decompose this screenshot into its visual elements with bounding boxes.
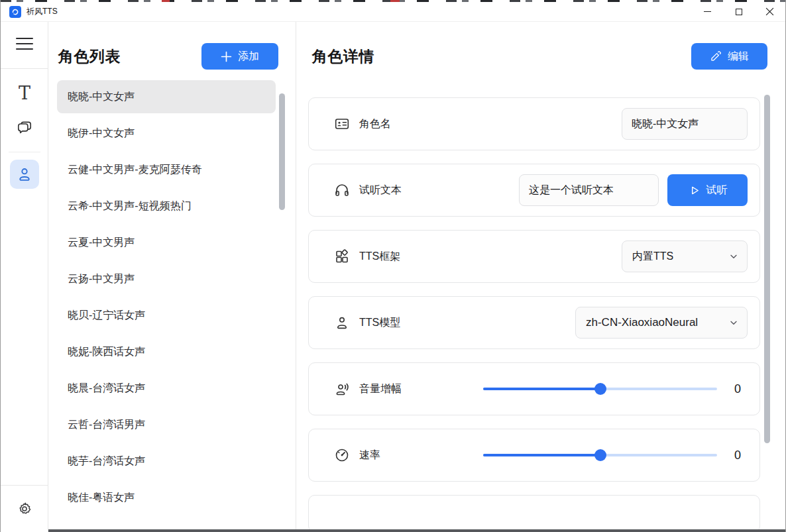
rate-slider[interactable] bbox=[483, 449, 717, 461]
field-preview-text: 试听文本 这是一个试听文本 试听 bbox=[308, 164, 760, 217]
role-list-scrollbar[interactable] bbox=[279, 93, 285, 210]
role-list-item[interactable]: 云扬-中文男声 bbox=[57, 262, 276, 295]
field-label: 试听文本 bbox=[359, 184, 402, 197]
minimize-button[interactable] bbox=[692, 2, 723, 21]
field-tts-framework: TTS框架 内置TTS bbox=[308, 230, 760, 283]
role-list-item[interactable]: 晓芋-台湾话女声 bbox=[57, 445, 276, 478]
play-icon bbox=[688, 184, 701, 197]
title-bar: 祈风TTS bbox=[1, 2, 785, 21]
preview-text-input[interactable]: 这是一个试听文本 bbox=[519, 174, 659, 206]
add-role-button[interactable]: 添加 bbox=[201, 43, 278, 70]
details-title: 角色详情 bbox=[312, 46, 374, 67]
rate-slider-thumb[interactable] bbox=[594, 449, 606, 461]
field-tts-model: TTS模型 zh-CN-XiaoxiaoNeural bbox=[308, 296, 760, 349]
id-card-icon bbox=[334, 116, 350, 132]
sidebar-item-roles[interactable] bbox=[10, 160, 39, 189]
role-list: 晓晓-中文女声 晓伊-中文女声 云健-中文男声-麦克阿瑟传奇 云希-中文男声-短… bbox=[48, 80, 296, 514]
window-controls bbox=[692, 2, 785, 21]
field-label: 音量增幅 bbox=[359, 382, 402, 396]
volume-slider[interactable] bbox=[483, 383, 717, 395]
role-list-item[interactable]: 云夏-中文男声 bbox=[57, 226, 276, 259]
role-list-title: 角色列表 bbox=[58, 46, 121, 67]
maximize-icon bbox=[736, 9, 742, 15]
plus-icon bbox=[221, 51, 232, 62]
role-list-item[interactable]: 晓佳-粤语女声 bbox=[57, 481, 276, 514]
framework-select[interactable]: 内置TTS bbox=[622, 240, 748, 272]
close-icon bbox=[765, 7, 774, 16]
preview-play-button[interactable]: 试听 bbox=[667, 174, 748, 206]
edit-button[interactable]: 编辑 bbox=[691, 43, 767, 70]
settings-gear-icon[interactable] bbox=[1, 499, 48, 519]
roles-person-icon bbox=[16, 166, 33, 183]
maximize-button[interactable] bbox=[723, 2, 754, 21]
role-list-item[interactable]: 晓贝-辽宁话女声 bbox=[57, 299, 276, 332]
clipped-screen-edge-bottom bbox=[48, 529, 785, 532]
window-title: 祈风TTS bbox=[27, 6, 58, 17]
field-partial-card bbox=[308, 495, 760, 532]
person-icon bbox=[334, 315, 350, 331]
rail-divider bbox=[9, 152, 40, 152]
speedometer-icon bbox=[334, 447, 350, 463]
volume-slider-thumb[interactable] bbox=[594, 383, 606, 395]
role-list-item[interactable]: 晓晨-台湾话女声 bbox=[57, 372, 276, 405]
field-label: 速率 bbox=[359, 449, 380, 462]
rail-divider bbox=[1, 485, 48, 486]
field-label: TTS框架 bbox=[359, 250, 400, 264]
app-logo-icon bbox=[9, 6, 21, 18]
role-name-value: 晓晓-中文女声 bbox=[622, 108, 748, 140]
chat-icon[interactable] bbox=[1, 117, 48, 139]
role-list-item[interactable]: 云哲-台湾话男声 bbox=[57, 408, 276, 441]
volume-value: 0 bbox=[728, 382, 748, 396]
model-select[interactable]: zh-CN-XiaoxiaoNeural bbox=[575, 307, 748, 339]
details-scrollbar[interactable] bbox=[764, 95, 770, 443]
role-list-item[interactable]: 晓妮-陕西话女声 bbox=[57, 335, 276, 368]
rail-divider bbox=[1, 68, 48, 69]
role-list-item[interactable]: 云希-中文男声-短视频热门 bbox=[57, 189, 276, 223]
rate-value: 0 bbox=[728, 449, 748, 462]
field-label: 角色名 bbox=[359, 117, 391, 131]
details-header: 角色详情 编辑 bbox=[296, 22, 785, 71]
person-speaking-icon bbox=[334, 381, 350, 397]
close-button[interactable] bbox=[754, 2, 785, 21]
role-details-panel: 角色详情 编辑 角色名 晓晓-中文女声 bbox=[296, 22, 785, 532]
menu-icon[interactable] bbox=[1, 35, 48, 52]
role-list-item[interactable]: 云健-中文男声-麦克阿瑟传奇 bbox=[57, 153, 276, 186]
role-list-panel: 角色列表 添加 晓晓-中文女声 晓伊-中文女声 云健-中文男声-麦克阿瑟传奇 云… bbox=[48, 22, 296, 532]
chevron-down-icon bbox=[728, 317, 739, 328]
nav-rail: T bbox=[1, 22, 48, 532]
role-list-header: 角色列表 添加 bbox=[48, 22, 296, 71]
role-list-item[interactable]: 晓伊-中文女声 bbox=[57, 117, 276, 150]
pencil-icon bbox=[710, 50, 722, 62]
chevron-down-icon bbox=[728, 251, 739, 262]
headphones-icon bbox=[334, 182, 350, 198]
role-list-item[interactable]: 晓晓-中文女声 bbox=[57, 80, 276, 113]
minimize-icon bbox=[704, 11, 711, 12]
text-tool-icon[interactable]: T bbox=[1, 81, 48, 104]
field-role-name: 角色名 晓晓-中文女声 bbox=[308, 97, 760, 150]
field-rate: 速率 0 bbox=[308, 429, 760, 482]
field-label: TTS模型 bbox=[359, 316, 400, 330]
main-body: T bbox=[1, 21, 785, 532]
framework-grid-icon bbox=[334, 248, 350, 264]
field-volume-gain: 音量增幅 0 bbox=[308, 362, 760, 415]
app-window: 祈风TTS T bbox=[0, 0, 786, 532]
